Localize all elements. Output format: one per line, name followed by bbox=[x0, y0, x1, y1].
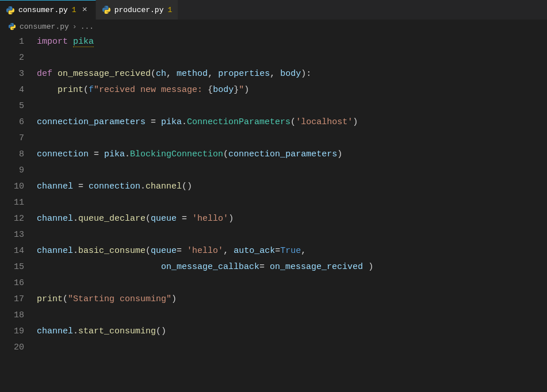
breadcrumb[interactable]: consumer.py › ... bbox=[0, 20, 547, 33]
line-number: 9 bbox=[0, 163, 24, 179]
tab-modified-badge: 1 bbox=[72, 6, 76, 14]
code-line[interactable]: print(f"recived new message: {body}") bbox=[37, 82, 541, 98]
tab-consumer[interactable]: consumer.py 1 × bbox=[0, 0, 96, 20]
code-line[interactable]: channel.start_consuming() bbox=[37, 324, 541, 340]
line-number: 7 bbox=[0, 130, 24, 147]
tab-modified-badge: 1 bbox=[167, 6, 172, 14]
line-number: 10 bbox=[0, 179, 24, 195]
line-number-gutter: 1234567891011121314151617181920 bbox=[0, 34, 37, 356]
line-number: 12 bbox=[0, 211, 24, 227]
code-line[interactable]: channel = connection.channel() bbox=[37, 179, 541, 195]
line-number: 17 bbox=[0, 291, 24, 308]
code-area[interactable]: import pikadef on_message_recived(ch, me… bbox=[37, 34, 547, 356]
tab-bar: consumer.py 1 × producer.py 1 bbox=[0, 0, 547, 20]
code-line[interactable] bbox=[37, 340, 541, 356]
line-number: 5 bbox=[0, 98, 24, 114]
line-number: 19 bbox=[0, 324, 24, 340]
line-number: 1 bbox=[0, 34, 24, 50]
line-number: 15 bbox=[0, 259, 24, 275]
python-icon bbox=[102, 5, 111, 14]
breadcrumb-file: consumer.py bbox=[20, 22, 69, 31]
tab-filename: producer.py bbox=[114, 6, 164, 14]
code-line[interactable] bbox=[37, 98, 541, 114]
code-line[interactable] bbox=[37, 227, 541, 243]
code-line[interactable] bbox=[37, 308, 541, 324]
code-line[interactable]: print("Starting consuming") bbox=[37, 291, 541, 308]
code-line[interactable]: connection = pika.BlockingConnection(con… bbox=[37, 147, 541, 163]
line-number: 8 bbox=[0, 147, 24, 163]
code-line[interactable]: import pika bbox=[37, 34, 541, 50]
line-number: 20 bbox=[0, 340, 24, 356]
line-number: 6 bbox=[0, 114, 24, 130]
close-icon[interactable]: × bbox=[80, 5, 90, 15]
line-number: 13 bbox=[0, 227, 24, 243]
python-icon bbox=[6, 6, 15, 15]
line-number: 2 bbox=[0, 50, 24, 66]
code-line[interactable]: on_message_callback= on_message_recived … bbox=[37, 259, 541, 275]
scrollbar[interactable] bbox=[539, 20, 547, 392]
code-line[interactable] bbox=[37, 275, 541, 291]
tab-producer[interactable]: producer.py 1 bbox=[96, 0, 179, 20]
code-line[interactable]: channel.queue_declare(queue = 'hello') bbox=[37, 211, 541, 227]
line-number: 3 bbox=[0, 66, 24, 82]
line-number: 16 bbox=[0, 275, 24, 291]
code-line[interactable] bbox=[37, 50, 541, 66]
line-number: 11 bbox=[0, 195, 24, 211]
code-line[interactable] bbox=[37, 163, 541, 179]
line-number: 4 bbox=[0, 82, 24, 98]
code-line[interactable]: def on_message_recived(ch, method, prope… bbox=[37, 66, 541, 82]
code-editor[interactable]: 1234567891011121314151617181920 import p… bbox=[0, 33, 547, 356]
breadcrumb-rest: ... bbox=[81, 22, 94, 31]
code-line[interactable]: channel.basic_consume(queue= 'hello', au… bbox=[37, 243, 541, 259]
chevron-right-icon: › bbox=[72, 22, 77, 31]
tab-filename: consumer.py bbox=[18, 6, 68, 14]
code-line[interactable] bbox=[37, 195, 541, 211]
line-number: 18 bbox=[0, 308, 24, 324]
code-line[interactable]: connection_parameters = pika.ConnectionP… bbox=[37, 114, 541, 130]
line-number: 14 bbox=[0, 243, 24, 259]
python-icon bbox=[8, 22, 16, 30]
code-line[interactable] bbox=[37, 130, 541, 147]
